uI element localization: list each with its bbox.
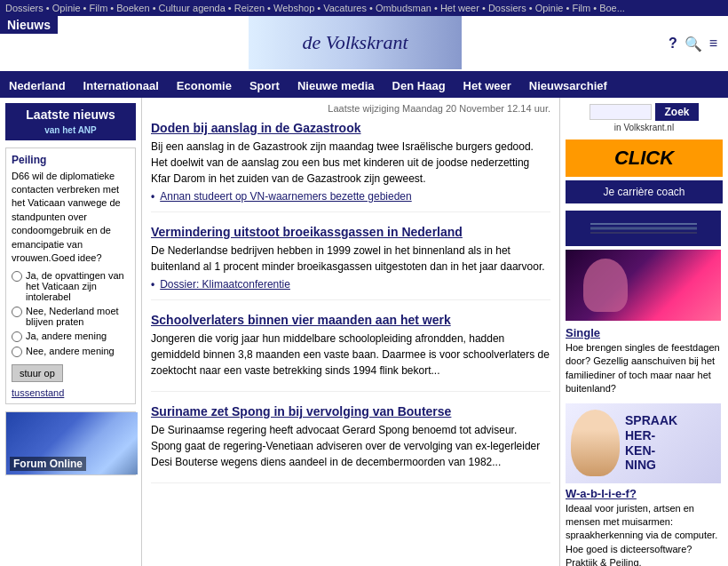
radio-circle-2[interactable] [12,307,22,317]
nav-economie[interactable]: Economie [168,74,241,98]
main-navigation: Nederland Internationaal Economie Sport … [0,74,728,98]
radio-label-1: Ja, de opvattingen van het Vaticaan zijn… [26,270,130,302]
last-modified: Laatste wijziging Maandag 20 November 12… [151,103,550,114]
radio-option-2[interactable]: Nee, Nederland moet blijven praten [12,306,130,327]
search-icon[interactable]: 🔍 [684,36,702,52]
article-3-body: Jongeren die vorig jaar hun middelbare s… [151,331,550,379]
nieuws-band: Nieuws [0,16,58,34]
forum-box[interactable] [5,411,136,475]
peiling-title: Peiling [12,154,130,166]
single-desc: Hoe brengen singles de feestdagen door? … [566,341,723,396]
radio-circle-3[interactable] [12,331,22,342]
laatste-nieuws-box: Laatste nieuws van het ANP [5,103,136,140]
nav-den-haag[interactable]: Den Haag [384,74,455,98]
ad-dark-graphic [590,219,697,237]
spraak-big-text: SPRAAKHER-KEN-NING [625,413,677,473]
spraak-image: SPRAAKHER-KEN-NING [566,403,721,483]
radio-circle-4[interactable] [12,347,22,357]
radio-label-4: Nee, andere mening [26,346,115,356]
carriere-box[interactable]: Je carrière coach [566,180,723,203]
header: Nieuws deVolkskrant ? 🔍 ≡ [0,16,728,74]
article-1-sublink: • Annan studeert op VN-waarnemers bezett… [151,190,550,203]
article-3: Schoolverlaters binnen vier maanden aan … [151,313,550,392]
article-2-body: De Nederlandse bedrijven hebben in 1999 … [151,243,550,275]
spraak-text: SPRAAKHER-KEN-NING [625,413,677,473]
article-4-body: De Surinaamse regering heeft advocaat Ge… [151,422,550,470]
help-icon[interactable]: ? [669,36,677,52]
article-3-title[interactable]: Schoolverlaters binnen vier maanden aan … [151,313,550,327]
top-nav-items[interactable]: Dossiers [5,3,44,13]
bullet-icon-2: • [151,278,154,291]
stuur-op-button[interactable]: stuur op [12,364,63,382]
click-banner[interactable]: CLICK [566,140,723,177]
article-4: Suriname zet Spong in bij vervolging van… [151,404,550,483]
article-1-body: Bij een aanslag in de Gazastrook zijn ma… [151,139,550,187]
nav-nederland[interactable]: Nederland [0,74,75,98]
nav-nieuwsarchief[interactable]: Nieuwsarchief [520,74,616,98]
article-2-sublink-text[interactable]: Dossier: Klimaatconferentie [160,278,290,291]
single-title[interactable]: Single [566,326,723,339]
article-2-sublink: • Dossier: Klimaatconferentie [151,278,550,291]
radio-label-3: Ja, andere mening [26,331,107,341]
spraak-title[interactable]: W-a-b-l-i-e-f? [566,487,723,500]
radio-option-3[interactable]: Ja, andere mening [12,331,130,342]
tussenstand-link[interactable]: tussenstand [12,387,130,398]
radio-circle-1[interactable] [12,271,22,282]
article-4-title[interactable]: Suriname zet Spong in bij vervolging van… [151,404,550,419]
search-box: Zoek in Volkskrant.nl [566,103,723,132]
nav-het-weer[interactable]: Het weer [455,74,520,98]
radio-option-4[interactable]: Nee, andere mening [12,346,130,357]
article-2-title[interactable]: Vermindering uitstoot broeikassgassen in… [151,225,550,239]
spraak-face [571,410,620,476]
peiling-box: Peiling D66 wil de diplomatieke contacte… [5,147,136,405]
article-2: Vermindering uitstoot broeikassgassen in… [151,225,550,300]
search-button[interactable]: Zoek [655,103,698,121]
header-banner [249,16,462,69]
ad-box-dark [566,211,721,246]
radio-label-2: Nee, Nederland moet blijven praten [26,306,130,327]
single-image [566,250,721,321]
nav-sport[interactable]: Sport [241,74,289,98]
nav-nieuwe-media[interactable]: Nieuwe media [289,74,384,98]
menu-icon[interactable]: ≡ [709,36,717,52]
top-navigation: Dossiers • Opinie • Film • Boeken • Cult… [0,0,728,16]
article-1-title[interactable]: Doden bij aanslag in de Gazastrook [151,121,550,135]
page-content: Laatste nieuws van het ANP Peiling D66 w… [0,98,728,566]
article-1-sublink-text[interactable]: Annan studeert op VN-waarnemers bezette … [160,190,412,203]
nav-internationaal[interactable]: Internationaal [75,74,168,98]
search-sub-label: in Volkskrant.nl [566,123,723,132]
left-sidebar: Laatste nieuws van het ANP Peiling D66 w… [0,98,142,566]
radio-option-1[interactable]: Ja, de opvattingen van het Vaticaan zijn… [12,270,130,302]
laatste-nieuws-title: Laatste nieuws [9,107,132,124]
main-content: Laatste wijziging Maandag 20 November 12… [142,98,559,566]
header-icons: ? 🔍 ≡ [657,36,728,52]
peiling-question: D66 wil de diplomatieke contacten verbre… [12,170,130,266]
article-1: Doden bij aanslag in de Gazastrook Bij e… [151,121,550,212]
bullet-icon-1: • [151,190,154,203]
forum-image [6,412,138,474]
search-input[interactable] [590,104,652,120]
right-sidebar: Zoek in Volkskrant.nl CLICK Je carrière … [559,98,728,566]
spraak-desc: Ideaal voor juristen, artsen en mensen m… [566,502,723,566]
anp-label: van het ANP [9,124,132,137]
